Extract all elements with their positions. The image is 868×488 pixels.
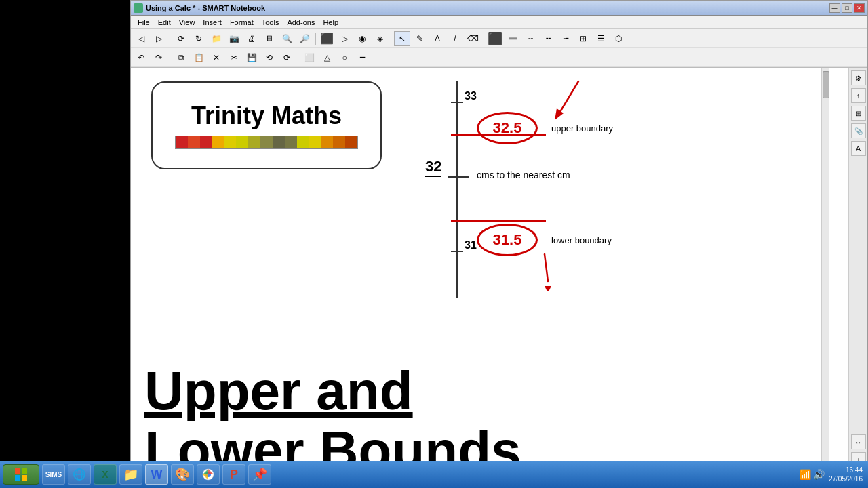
screen-button[interactable]: 🖥 xyxy=(261,31,277,46)
copy-btn[interactable]: ⧉ xyxy=(173,50,189,65)
start-button[interactable] xyxy=(3,464,39,485)
line-tool[interactable]: / xyxy=(447,31,463,46)
menu-edit[interactable]: Edit xyxy=(154,16,175,28)
tick-32-main: 32 xyxy=(448,176,469,178)
menu-addons[interactable]: Add-ons xyxy=(283,16,319,28)
excel-icon: X xyxy=(102,469,108,480)
sep-1 xyxy=(170,33,170,45)
taskbar-word[interactable]: W xyxy=(145,464,168,485)
chrome-icon xyxy=(201,468,215,481)
diagram-area: 33 32 31 cms to the nearest cm 32.5 uppe… xyxy=(422,75,775,298)
powerpoint-icon: P xyxy=(230,468,238,482)
taskbar-chrome[interactable] xyxy=(197,464,220,485)
lower-boundary-label: lower boundary xyxy=(551,235,612,245)
lower-arrow-icon xyxy=(531,251,565,291)
close-button[interactable]: ✕ xyxy=(854,3,865,13)
tool3[interactable]: ◈ xyxy=(372,31,388,46)
cursor-tool[interactable]: ↖ xyxy=(394,31,410,46)
sidebar-annotation-btn[interactable]: 📎 xyxy=(851,123,866,138)
line-style2[interactable]: ╍ xyxy=(540,31,556,46)
pen-tool[interactable]: ✎ xyxy=(412,31,428,46)
menu-help[interactable]: Help xyxy=(319,16,342,28)
tool2[interactable]: ◉ xyxy=(354,31,370,46)
sidebar-nav-left[interactable]: ↔ xyxy=(851,434,866,449)
delete-btn[interactable]: ✕ xyxy=(208,50,224,65)
zoom-out-button[interactable]: 🔎 xyxy=(296,31,313,46)
line-style3[interactable]: ╼ xyxy=(557,31,574,46)
menu-tools[interactable]: Tools xyxy=(258,16,283,28)
svg-marker-1 xyxy=(555,108,564,120)
new-button[interactable]: ⟳ xyxy=(173,31,189,46)
window-controls: — □ ✕ xyxy=(829,3,865,13)
menu-format[interactable]: Format xyxy=(226,16,258,28)
refresh-button[interactable]: ↻ xyxy=(191,31,207,46)
taskbar-sims[interactable]: SIMS xyxy=(42,464,65,485)
trinity-title: Trinity Maths xyxy=(191,102,342,130)
zoom-in-button[interactable]: 🔍 xyxy=(279,31,295,46)
network-icon: 📶 xyxy=(800,469,811,480)
sidebar-text-btn[interactable]: A xyxy=(851,141,866,156)
shape3[interactable]: ○ xyxy=(336,50,353,65)
svg-rect-7 xyxy=(22,475,27,481)
redo-btn[interactable]: ↷ xyxy=(151,50,167,65)
toolbar-row-1: ◁ ▷ ⟳ ↻ 📁 📷 🖨 🖥 🔍 🔎 ⬛ ▷ ◉ ◈ ↖ ✎ A / ⌫ xyxy=(131,29,867,48)
save-btn[interactable]: 💾 xyxy=(243,50,260,65)
canvas-scrollbar[interactable] xyxy=(821,68,829,487)
menubar: File Edit View Insert Format Tools Add-o… xyxy=(131,16,867,29)
taskbar-folder[interactable]: 📁 xyxy=(119,464,142,485)
taskbar-powerpoint[interactable]: P xyxy=(222,464,245,485)
cms-label: cms to the nearest cm xyxy=(477,169,570,180)
svg-rect-4 xyxy=(15,468,20,474)
cut-btn[interactable]: ✂ xyxy=(226,50,242,65)
color2[interactable]: ━ xyxy=(505,31,521,46)
print-button[interactable]: 🖨 xyxy=(243,31,260,46)
shape2[interactable]: △ xyxy=(319,50,335,65)
app-icon xyxy=(134,3,143,13)
trinity-box: Trinity Maths xyxy=(151,81,382,169)
text-tool[interactable]: A xyxy=(429,31,446,46)
toolbar-row-2: ↶ ↷ ⧉ 📋 ✕ ✂ 💾 ⟲ ⟳ ⬜ △ ○ ━ xyxy=(131,48,867,67)
sidebar-zoom-btn[interactable]: ⊞ xyxy=(851,106,866,121)
taskbar-excel[interactable]: X xyxy=(94,464,117,485)
shape1[interactable]: ⬜ xyxy=(301,50,317,65)
shape4[interactable]: ━ xyxy=(354,50,370,65)
menu-view[interactable]: View xyxy=(175,16,199,28)
upper-arrow-icon xyxy=(545,78,585,125)
forward-button[interactable]: ▷ xyxy=(151,31,167,46)
eraser-tool[interactable]: ⌫ xyxy=(465,31,481,46)
line-style1[interactable]: ╌ xyxy=(522,31,538,46)
canvas[interactable]: Trinity Maths xyxy=(131,68,848,487)
list-btn[interactable]: ☰ xyxy=(593,31,609,46)
paste-btn[interactable]: 📋 xyxy=(191,50,207,65)
open-button[interactable]: 📁 xyxy=(208,31,224,46)
sidebar-settings-btn[interactable]: ⚙ xyxy=(851,70,866,85)
menu-file[interactable]: File xyxy=(134,16,154,28)
menu-insert[interactable]: Insert xyxy=(199,16,226,28)
tick-31: 31 xyxy=(451,251,463,252)
tool1[interactable]: ▷ xyxy=(336,31,353,46)
paint-icon: 🎨 xyxy=(175,467,190,482)
label-32: 32 xyxy=(425,158,441,177)
grid-btn[interactable]: ⊞ xyxy=(575,31,591,46)
sidebar-up-btn[interactable]: ↑ xyxy=(851,88,866,103)
taskbar-right: 📶 🔊 16:44 27/05/2016 xyxy=(800,466,865,483)
extra-btn[interactable]: ⬡ xyxy=(610,31,627,46)
flip-btn[interactable]: ⟳ xyxy=(279,50,295,65)
rotate-btn[interactable]: ⟲ xyxy=(261,50,277,65)
taskbar-ie[interactable] xyxy=(68,464,91,485)
taskbar-misc[interactable]: 📌 xyxy=(248,464,271,485)
color1[interactable]: ⬛ xyxy=(487,31,503,46)
camera-button[interactable]: 📷 xyxy=(226,31,242,46)
clock: 16:44 27/05/2016 xyxy=(829,466,863,483)
undo-btn[interactable]: ↶ xyxy=(133,50,149,65)
scrollbar-thumb[interactable] xyxy=(823,71,829,98)
back-button[interactable]: ◁ xyxy=(133,31,149,46)
smart-notebook-window: Using a Calc * - SMART Notebook — □ ✕ Fi… xyxy=(130,0,868,488)
label-33: 33 xyxy=(465,90,477,102)
taskbar-paint[interactable]: 🎨 xyxy=(171,464,194,485)
present-button[interactable]: ⬛ xyxy=(319,31,335,46)
upper-line xyxy=(451,134,546,136)
sep-3 xyxy=(391,33,391,45)
maximize-button[interactable]: □ xyxy=(842,3,852,13)
minimize-button[interactable]: — xyxy=(829,3,840,13)
